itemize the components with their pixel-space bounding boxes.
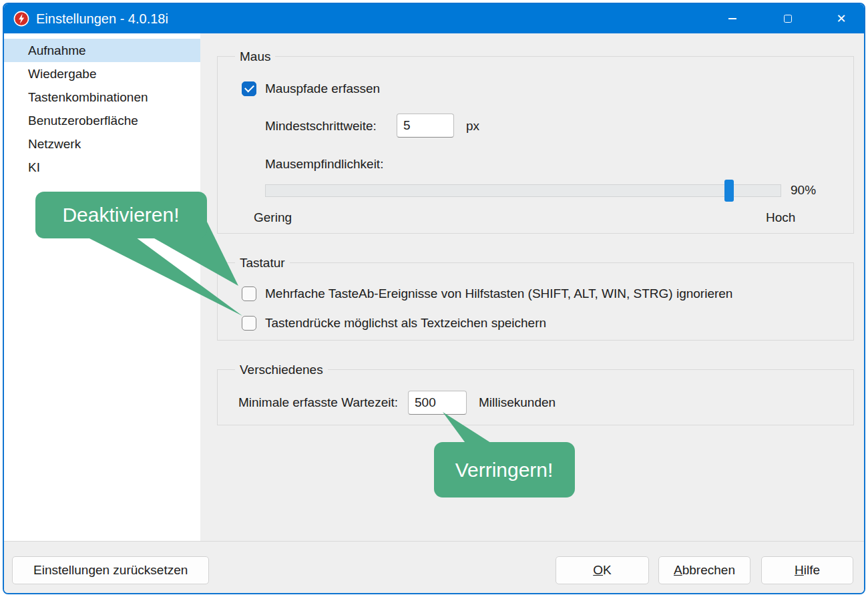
reset-settings-button[interactable]: Einstellungen zurücksetzen bbox=[12, 556, 209, 584]
group-verschiedenes: Verschiedenes Minimale erfasste Wartezei… bbox=[217, 369, 854, 425]
help-button[interactable]: Hilfe bbox=[761, 556, 853, 584]
sidebar-item-netzwerk[interactable]: Netzwerk bbox=[4, 132, 200, 156]
footer-bar: Einstellungen zurücksetzen OK Abbrechen … bbox=[4, 541, 864, 593]
mindestschrittweite-input[interactable] bbox=[397, 114, 454, 138]
ok-button[interactable]: OK bbox=[556, 556, 649, 584]
group-maus-legend: Maus bbox=[235, 48, 275, 65]
tasteab-label[interactable]: Mehrfache TasteAb-Ereignisse von Hilfsta… bbox=[265, 286, 732, 301]
titlebar: Einstellungen - 4.0.18i ✕ bbox=[4, 4, 864, 33]
textzeichen-label[interactable]: Tastendrücke möglichst als Textzeichen s… bbox=[265, 316, 546, 331]
wartezeit-unit: Millisekunden bbox=[479, 395, 556, 410]
group-maus: Maus Mauspfade erfassen Mindestschrittwe… bbox=[217, 56, 854, 234]
screen: Einstellungen - 4.0.18i ✕ Aufnahme Wiede… bbox=[0, 0, 868, 597]
group-verschiedenes-legend: Verschiedenes bbox=[235, 361, 328, 378]
mausempfindlichkeit-label: Mausempfindlichkeit: bbox=[265, 157, 383, 172]
wartezeit-input[interactable] bbox=[408, 391, 467, 415]
sidebar-item-benutzeroberflaeche[interactable]: Benutzeroberfläche bbox=[4, 109, 200, 132]
textzeichen-checkbox[interactable] bbox=[242, 316, 256, 331]
cancel-button[interactable]: Abbrechen bbox=[658, 556, 750, 584]
sidebar-item-aufnahme[interactable]: Aufnahme bbox=[4, 39, 200, 62]
slider-handle[interactable] bbox=[724, 180, 734, 202]
tasteab-checkbox[interactable] bbox=[242, 286, 256, 301]
close-icon: ✕ bbox=[836, 13, 846, 25]
group-tastatur: Tastatur Mehrfache TasteAb-Ereignisse vo… bbox=[217, 262, 854, 341]
maximize-icon bbox=[784, 15, 792, 23]
minimize-button[interactable] bbox=[717, 4, 748, 33]
mauspfade-checkbox[interactable] bbox=[242, 81, 256, 96]
sidebar: Aufnahme Wiedergabe Tastenkombinationen … bbox=[4, 33, 200, 541]
group-tastatur-legend: Tastatur bbox=[235, 254, 290, 271]
slider-min-label: Gering bbox=[254, 210, 292, 225]
mindestschrittweite-label: Mindestschrittweite: bbox=[265, 119, 377, 134]
sidebar-item-tastenkombinationen[interactable]: Tastenkombinationen bbox=[4, 85, 200, 109]
mausempfindlichkeit-slider[interactable] bbox=[265, 184, 781, 197]
slider-max-label: Hoch bbox=[766, 210, 795, 225]
window-title: Einstellungen - 4.0.18i bbox=[36, 4, 168, 33]
mauspfade-label[interactable]: Mauspfade erfassen bbox=[265, 81, 380, 96]
close-button[interactable]: ✕ bbox=[826, 4, 857, 33]
sidebar-item-wiedergabe[interactable]: Wiedergabe bbox=[4, 62, 200, 85]
slider-value: 90% bbox=[791, 183, 816, 198]
minimize-icon bbox=[728, 18, 736, 19]
settings-window: Einstellungen - 4.0.18i ✕ Aufnahme Wiede… bbox=[3, 3, 865, 594]
mindestschrittweite-unit: px bbox=[466, 119, 479, 134]
sidebar-item-ki[interactable]: KI bbox=[4, 156, 200, 179]
app-lightning-icon bbox=[13, 11, 29, 27]
wartezeit-label: Minimale erfasste Wartezeit: bbox=[238, 395, 398, 410]
maximize-button[interactable] bbox=[773, 4, 803, 33]
